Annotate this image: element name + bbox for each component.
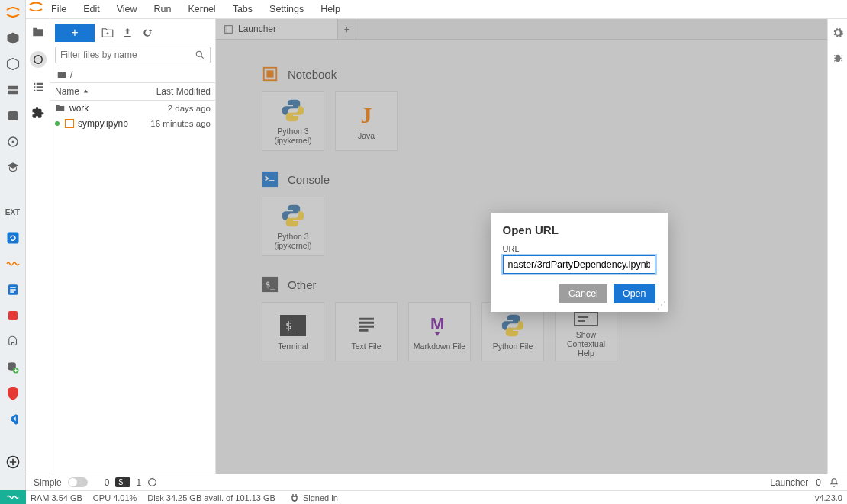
menu-edit[interactable]: Edit: [76, 2, 107, 17]
cpu-status: CPU 4.01%: [93, 493, 137, 502]
small-red-icon[interactable]: [5, 308, 21, 323]
svg-point-4: [11, 141, 14, 143]
app-mark-icon: [29, 2, 43, 11]
filter-box[interactable]: [55, 47, 211, 63]
doc-blue-icon[interactable]: [5, 282, 21, 297]
ram-status: RAM 3.54 GB: [31, 493, 82, 502]
vscode-icon[interactable]: [5, 412, 21, 427]
file-name: sympy.ipynb: [78, 118, 128, 129]
cube-outline-icon[interactable]: [5, 56, 21, 72]
notebook-icon: [65, 119, 74, 128]
cube-icon[interactable]: [5, 30, 21, 46]
simple-label: Simple: [34, 477, 62, 488]
svg-rect-2: [8, 111, 18, 120]
file-row[interactable]: sympy.ipynb 16 minutes ago: [50, 116, 215, 131]
svg-point-16: [196, 51, 201, 56]
plug-icon: [291, 493, 298, 502]
resize-handle-icon[interactable]: ⋰: [657, 300, 666, 310]
sort-asc-icon: [82, 88, 89, 95]
menubar: File Edit View Run Kernel Tabs Settings …: [26, 0, 847, 19]
open-url-dialog: Open URL URL Cancel Open ⋰: [491, 213, 668, 312]
corner-badge-icon[interactable]: [0, 490, 26, 504]
file-modified: 2 days ago: [134, 104, 211, 113]
svg-rect-10: [8, 311, 18, 320]
jupyter-logo-icon[interactable]: [5, 5, 21, 20]
elephant-icon[interactable]: [5, 334, 21, 349]
right-rail: [827, 19, 847, 474]
dialog-field-label: URL: [503, 244, 655, 253]
status-mode: Launcher: [770, 477, 808, 488]
svg-rect-9: [10, 291, 14, 293]
breadcrumb-path: /: [70, 69, 72, 80]
gear-icon[interactable]: [832, 27, 844, 39]
status-count: 0: [816, 477, 821, 488]
file-modified: 16 minutes ago: [134, 119, 211, 128]
menu-settings[interactable]: Settings: [262, 2, 311, 17]
upload-icon[interactable]: [121, 26, 134, 40]
url-input[interactable]: [503, 255, 655, 274]
folder-icon: [55, 103, 66, 114]
file-browser: + / Name Last Modified: [50, 19, 216, 474]
disk-status: Disk 34.25 GB avail. of 101.13 GB: [147, 493, 275, 502]
menu-tabs[interactable]: Tabs: [226, 2, 259, 17]
col-modified[interactable]: Last Modified: [139, 83, 215, 100]
modal-overlay: Open URL URL Cancel Open ⋰: [216, 19, 827, 474]
running-dot-icon: [55, 121, 60, 126]
new-launcher-button[interactable]: +: [55, 24, 95, 42]
statusbar: Simple 0 $_ 1 Launcher 0: [26, 474, 847, 490]
activity-rail: EXT: [0, 0, 26, 490]
svg-point-30: [149, 479, 156, 486]
add-circle-icon[interactable]: [5, 454, 21, 470]
bell-icon[interactable]: [829, 477, 839, 488]
kernel-icon: [147, 477, 157, 487]
ext-label[interactable]: EXT: [5, 204, 21, 220]
svg-rect-7: [10, 287, 16, 288]
terminals-count[interactable]: 0: [105, 477, 110, 488]
folder-icon: [56, 69, 67, 80]
kernels-count[interactable]: 1: [137, 477, 142, 488]
open-button[interactable]: Open: [614, 284, 655, 303]
terminal-chip-icon: $_: [115, 477, 130, 487]
system-statusbar: RAM 3.54 GB CPU 4.01% Disk 34.25 GB avai…: [26, 490, 847, 504]
folder-icon[interactable]: [31, 25, 45, 39]
search-icon: [195, 50, 205, 60]
running-icon[interactable]: [30, 51, 47, 68]
shield-red-icon[interactable]: [5, 386, 21, 401]
file-name: work: [69, 103, 89, 114]
wave-icon[interactable]: [5, 256, 21, 271]
svg-rect-8: [10, 289, 16, 291]
refresh-badge-icon[interactable]: [5, 230, 21, 246]
col-name[interactable]: Name: [50, 83, 139, 100]
cancel-button[interactable]: Cancel: [559, 284, 607, 303]
toc-icon[interactable]: [31, 80, 45, 94]
file-list-header: Name Last Modified: [50, 82, 215, 101]
menu-kernel[interactable]: Kernel: [182, 2, 223, 17]
menu-help[interactable]: Help: [314, 2, 347, 17]
db-plus-icon[interactable]: [5, 360, 21, 375]
svg-rect-1: [8, 91, 18, 95]
new-folder-icon[interactable]: [101, 26, 114, 40]
main-area: Launcher + Notebook Python 3 (ipykernel): [216, 19, 827, 474]
version-label: v4.23.0: [815, 493, 842, 502]
dialog-title: Open URL: [503, 223, 655, 236]
menu-view[interactable]: View: [110, 2, 144, 17]
filter-input[interactable]: [60, 50, 195, 60]
target-icon[interactable]: [5, 134, 21, 149]
file-row[interactable]: work 2 days ago: [50, 101, 215, 116]
svg-rect-15: [124, 36, 130, 37]
simple-toggle[interactable]: [68, 477, 88, 487]
storage-icon[interactable]: [5, 82, 21, 98]
svg-point-14: [34, 56, 42, 64]
file-list: work 2 days ago sympy.ipynb 16 minutes a…: [50, 101, 215, 474]
left-tab-strip: [26, 19, 50, 474]
refresh-icon[interactable]: [140, 26, 154, 40]
menu-file[interactable]: File: [44, 2, 73, 17]
extension-icon[interactable]: [31, 106, 45, 120]
breadcrumb[interactable]: /: [50, 68, 215, 82]
signed-in-status: Signed in: [303, 493, 338, 502]
bug-icon[interactable]: [832, 53, 844, 65]
menu-run[interactable]: Run: [147, 2, 179, 17]
svg-rect-5: [7, 233, 18, 244]
server-icon[interactable]: [5, 108, 21, 124]
education-icon[interactable]: [5, 160, 21, 175]
